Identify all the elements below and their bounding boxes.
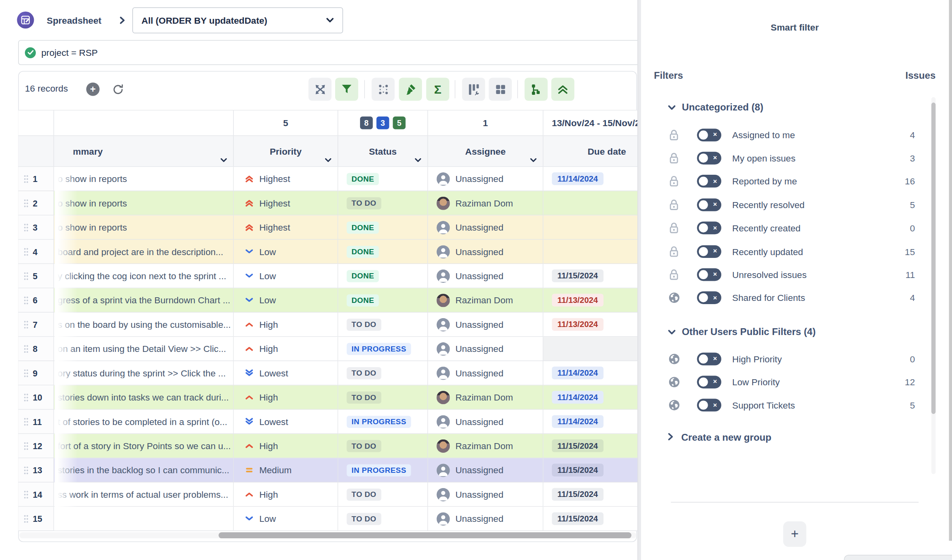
drag-handle-icon[interactable] [24, 344, 29, 353]
due-date-cell[interactable]: 11/14/2024 [543, 410, 637, 434]
assignee-cell[interactable]: Unassigned [428, 482, 543, 507]
summary-cell[interactable] [54, 507, 233, 531]
filter-row[interactable]: × Recently updated 15 [668, 240, 915, 263]
filter-row[interactable]: × Reported by me 16 [668, 170, 915, 193]
assignee-column-header[interactable]: Assignee [428, 136, 543, 167]
hierarchy-button[interactable] [524, 78, 547, 100]
assignee-cell[interactable]: Unassigned [428, 458, 543, 482]
status-cell[interactable]: TO DO [338, 385, 428, 409]
summary-cell[interactable]: gress of a sprint via the Burndown Chart… [54, 288, 233, 313]
status-column-header[interactable]: Status [338, 136, 428, 167]
due-date-cell[interactable]: 11/14/2024 [543, 385, 637, 409]
due-date-cell[interactable] [543, 191, 637, 215]
chevron-down-icon[interactable] [530, 158, 537, 163]
row-number-cell[interactable]: 2 [18, 191, 54, 215]
priority-cell[interactable]: Highest [234, 191, 338, 215]
add-filter-button[interactable]: + [783, 521, 806, 547]
filter-toggle[interactable]: × [697, 292, 721, 305]
summary-cell[interactable]: fort of a story in Story Points so we ca… [54, 434, 233, 458]
priority-cell[interactable]: High [234, 385, 338, 409]
row-number-cell[interactable]: 5 [18, 264, 54, 288]
collapse-all-button[interactable] [551, 78, 574, 100]
priority-cell[interactable]: High [234, 337, 338, 361]
assignee-cell[interactable]: Unassigned [428, 507, 543, 531]
chevron-down-icon[interactable] [220, 158, 227, 163]
table-row[interactable]: 5 y clicking the cog icon next to the sp… [18, 264, 637, 288]
assignee-cell[interactable]: Unassigned [428, 361, 543, 385]
row-number-cell[interactable]: 8 [18, 337, 54, 361]
priority-cell[interactable]: Highest [234, 215, 338, 239]
summary-cell[interactable]: o show in reports [54, 215, 233, 239]
due-date-cell[interactable] [543, 337, 637, 361]
jql-filter-bar[interactable]: project = RSP [18, 40, 637, 65]
chevron-down-icon[interactable] [325, 158, 332, 163]
filter-toggle[interactable]: × [697, 222, 721, 235]
view-selector-dropdown[interactable]: All (ORDER BY updatedDate) [132, 7, 343, 33]
assignee-cell[interactable]: Unassigned [428, 313, 543, 337]
window-scrollbar[interactable] [949, 0, 952, 541]
create-new-group-button[interactable]: Create a new group [668, 426, 772, 449]
drag-handle-icon[interactable] [24, 466, 29, 474]
filter-row[interactable]: × Recently created 0 [668, 217, 915, 239]
due-date-cell[interactable]: 11/15/2024 [543, 507, 637, 531]
drag-handle-icon[interactable] [24, 369, 29, 377]
drag-handle-icon[interactable] [24, 393, 29, 401]
summary-column-header[interactable]: mmary [54, 136, 233, 167]
status-cell[interactable]: DONE [338, 288, 428, 313]
due-date-cell[interactable]: 11/13/2024 [543, 313, 637, 337]
table-row[interactable]: 1 o show in reports Highest DONE Unassig… [18, 167, 637, 191]
filter-group-header[interactable]: Uncategorized (8) [668, 96, 764, 119]
assignee-cell[interactable]: Unassigned [428, 337, 543, 361]
due-date-cell[interactable]: 11/15/2024 [543, 264, 637, 288]
priority-cell[interactable]: Low [234, 264, 338, 288]
status-cell[interactable]: DONE [338, 215, 428, 239]
drag-handle-icon[interactable] [24, 247, 29, 256]
assignee-cell[interactable]: Unassigned [428, 264, 543, 288]
table-row[interactable]: 4 board and project are in the descripti… [18, 240, 637, 264]
priority-cell[interactable]: Low [234, 240, 338, 264]
assignee-cell[interactable]: Raziman Dom [428, 385, 543, 409]
summary-cell[interactable]: ory status during the sprint >> Click th… [54, 361, 233, 385]
assignee-cell[interactable]: Unassigned [428, 167, 543, 191]
filter-toggle[interactable]: × [697, 376, 721, 388]
drag-handle-icon[interactable] [24, 514, 29, 523]
summary-cell[interactable]: ss work in terms of actual user problems… [54, 482, 233, 507]
due-date-column-header[interactable]: Due date [543, 136, 637, 167]
status-cell[interactable]: IN PROGRESS [338, 337, 428, 361]
row-number-cell[interactable]: 13 [18, 458, 54, 482]
filter-row[interactable]: × Low Priority 12 [668, 370, 915, 393]
row-number-cell[interactable]: 6 [18, 288, 54, 313]
table-row[interactable]: 2 o show in reports Highest TO DO Razima… [18, 191, 637, 215]
assignee-cell[interactable]: Unassigned [428, 410, 543, 434]
table-row[interactable]: 6 gress of a sprint via the Burndown Cha… [18, 288, 637, 313]
priority-cell[interactable]: Low [234, 288, 338, 313]
status-cell[interactable]: TO DO [338, 191, 428, 215]
summary-cell[interactable]: s on the board by using the customisable… [54, 313, 233, 337]
due-date-cell[interactable]: 11/14/2024 [543, 167, 637, 191]
summary-cell[interactable]: stories in the backlog so I can communic… [54, 458, 233, 482]
filter-toggle[interactable]: × [697, 399, 721, 412]
table-row[interactable]: 9 ory status during the sprint >> Click … [18, 361, 637, 385]
drag-handle-icon[interactable] [24, 199, 29, 207]
priority-cell[interactable]: Lowest [234, 410, 338, 434]
table-row[interactable]: 14 ss work in terms of actual user probl… [18, 482, 637, 507]
due-date-cell[interactable] [543, 240, 637, 264]
refresh-button[interactable] [111, 82, 124, 96]
due-date-cell[interactable]: 11/13/2024 [543, 288, 637, 313]
table-row[interactable]: 10 stories down into tasks we can track … [18, 385, 637, 409]
conditional-format-button[interactable] [372, 78, 395, 100]
row-number-cell[interactable]: 15 [18, 507, 54, 531]
summary-cell[interactable]: stories down into tasks we can track dur… [54, 385, 233, 409]
due-date-cell[interactable]: 11/15/2024 [543, 482, 637, 507]
column-settings-button[interactable] [462, 78, 485, 100]
filter-toggle[interactable]: × [697, 245, 721, 258]
status-cell[interactable]: TO DO [338, 313, 428, 337]
assignee-cell[interactable]: Unassigned [428, 215, 543, 239]
status-cell[interactable]: IN PROGRESS [338, 458, 428, 482]
shuffle-button[interactable] [309, 78, 332, 100]
table-row[interactable]: 12 fort of a story in Story Points so we… [18, 434, 637, 458]
paint-format-button[interactable] [399, 78, 422, 100]
drag-handle-icon[interactable] [24, 296, 29, 305]
drag-handle-icon[interactable] [24, 223, 29, 231]
row-number-cell[interactable]: 11 [18, 410, 54, 434]
